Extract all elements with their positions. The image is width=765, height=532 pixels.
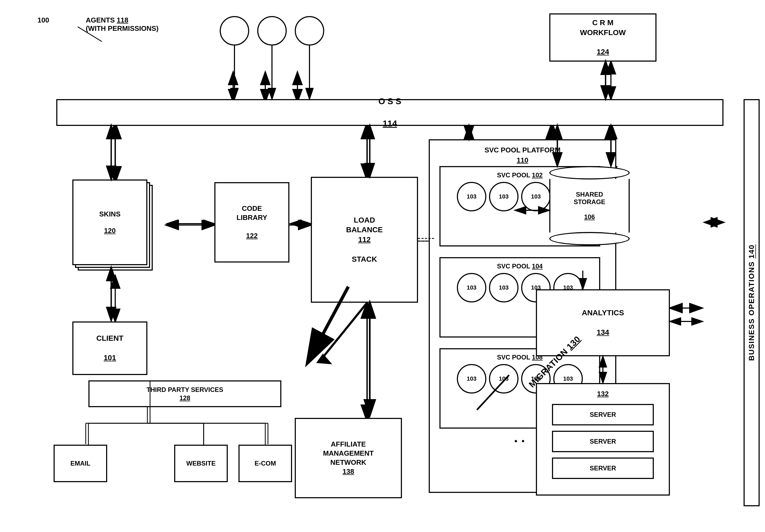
oss-bar: O S S 114 xyxy=(56,99,723,126)
svg-line-31 xyxy=(322,303,367,359)
email-box: EMAIL xyxy=(54,445,107,482)
ecom-box: E-COM xyxy=(239,445,292,482)
crm-workflow-box: C R MWORKFLOW 124 xyxy=(549,13,656,62)
server-132-box: 132 SERVER SERVER SERVER xyxy=(536,383,670,496)
client-box: CLIENT101 xyxy=(72,321,147,375)
server-box-2: SERVER xyxy=(552,431,654,452)
node-103-9: 103 xyxy=(457,364,486,393)
node-103-3: 103 xyxy=(521,182,551,211)
svg-marker-32 xyxy=(316,353,332,364)
business-ops-label: BUSINESS OPERATIONS 140 xyxy=(744,99,760,506)
agent-circle-1 xyxy=(220,16,249,46)
migration-container: MIGRATION 130 xyxy=(514,353,595,370)
agent-circle-3 xyxy=(295,16,324,46)
agents-label: AGENTS 118 (WITH PERMISSIONS) xyxy=(86,16,159,33)
analytics-box: ANALYTICS134 xyxy=(536,289,670,356)
website-box: WEBSITE xyxy=(174,445,228,482)
server-box-3: SERVER xyxy=(552,457,654,479)
node-103-2: 103 xyxy=(489,182,518,211)
node-103-10: 103 xyxy=(489,364,518,393)
third-party-box: THIRD PARTY SERVICES 128 xyxy=(88,380,281,407)
node-103-6: 103 xyxy=(489,273,518,302)
affiliate-box: AFFILIATEMANAGEMENTNETWORK138 xyxy=(295,418,402,498)
shared-storage-container: SHAREDSTORAGE106 xyxy=(549,166,630,246)
ref-100-label: 100 xyxy=(38,16,49,24)
agent-circle-2 xyxy=(257,16,287,46)
node-103-1: 103 xyxy=(457,182,486,211)
node-103-5: 103 xyxy=(457,273,486,302)
server-box-1: SERVER xyxy=(552,404,654,425)
load-balance-box: LOADBALANCE112STACK xyxy=(311,177,418,303)
code-library-box: CODELIBRARY122 xyxy=(214,182,290,263)
svc-pool-dots: • • xyxy=(514,437,525,446)
